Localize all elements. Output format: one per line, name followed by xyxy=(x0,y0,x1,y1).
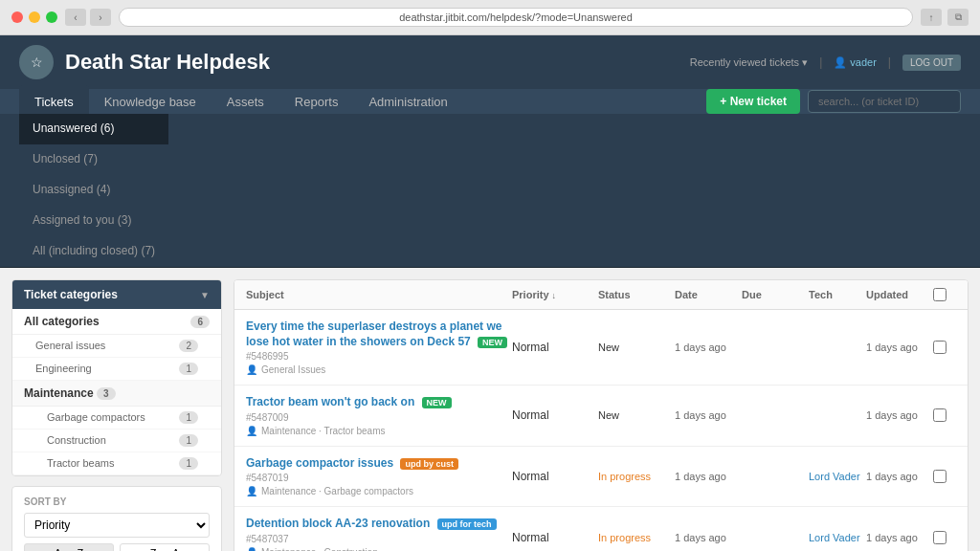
ticket-status: New xyxy=(598,342,675,353)
select-all-checkbox[interactable] xyxy=(933,288,947,301)
sort-label: SORT BY xyxy=(24,496,210,507)
badge-upd-tech: upd for tech xyxy=(437,518,497,530)
window-actions: ↑ ⧉ xyxy=(921,9,969,26)
ticket-tech[interactable]: Lord Vader xyxy=(809,471,866,482)
new-ticket-button[interactable]: + New ticket xyxy=(706,89,800,114)
sort-asc-button[interactable]: A → Z xyxy=(24,543,114,551)
category-subsub-item[interactable]: Tractor beams1 xyxy=(12,452,221,475)
ticket-status: New xyxy=(598,409,675,421)
person-icon: 👤 xyxy=(246,486,257,496)
category-group[interactable]: Maintenance 3 xyxy=(12,381,221,407)
ticket-updated: 1 days ago xyxy=(866,342,933,353)
category-all[interactable]: All categories6 xyxy=(12,309,221,335)
ticket-subject-link[interactable]: Tractor beam won't go back on xyxy=(246,395,414,408)
sort-select[interactable]: Priority xyxy=(24,513,210,538)
ticket-meta: 👤 Maintenance · Tractor beams xyxy=(246,426,512,436)
col-date: Date xyxy=(675,289,742,300)
brand-avatar: ☆ xyxy=(19,45,54,79)
ticket-tech[interactable]: Lord Vader xyxy=(809,532,866,543)
ticket-updated: 1 days ago xyxy=(866,532,933,543)
sub-nav-item[interactable]: Unclosed (7) xyxy=(19,144,168,175)
sub-nav: Unanswered (6)Unclosed (7)Unassigned (4)… xyxy=(0,114,980,268)
traffic-lights xyxy=(11,11,57,23)
category-subsub-item[interactable]: Construction1 xyxy=(12,430,221,452)
col-updated: Updated xyxy=(866,289,933,300)
table-row: Garbage compactor issues upd by cust #54… xyxy=(234,447,968,508)
nav-item-reports[interactable]: Reports xyxy=(279,85,354,119)
ticket-checkbox[interactable] xyxy=(933,341,947,354)
col-tech: Tech xyxy=(809,289,866,300)
ticket-status: In progress xyxy=(598,471,675,482)
header-right: Recently viewed tickets ▾ | 👤 vader | LO… xyxy=(690,55,961,71)
ticket-checkbox[interactable] xyxy=(933,408,947,422)
back-button[interactable]: ‹ xyxy=(65,9,86,26)
ticket-date: 1 days ago xyxy=(675,409,742,421)
sub-nav-item[interactable]: Unanswered (6) xyxy=(19,114,168,144)
category-sub-item[interactable]: General issues2 xyxy=(12,335,221,358)
ticket-category: Maintenance · Tractor beams xyxy=(261,426,386,436)
ticket-updated: 1 days ago xyxy=(866,471,933,482)
nav-item-administration[interactable]: Administration xyxy=(353,85,462,119)
col-subject: Subject xyxy=(246,289,512,300)
app-nav: TicketsKnowledge baseAssetsReportsAdmini… xyxy=(0,89,980,114)
ticket-subject-link[interactable]: Garbage compactor issues xyxy=(246,456,393,470)
tickets-area: Subject Priority ↓ Status Date Due Tech … xyxy=(234,279,969,551)
tickets-table: Subject Priority ↓ Status Date Due Tech … xyxy=(234,279,969,551)
categories-card: Ticket categories ▼ All categories6Gener… xyxy=(11,279,222,476)
ticket-meta: 👤 Maintenance · Construction xyxy=(246,547,512,551)
sort-desc-button[interactable]: Z → A xyxy=(120,543,210,551)
badge-new: NEW xyxy=(478,337,507,348)
table-row: Every time the superlaser destroys a pla… xyxy=(234,310,968,386)
category-subsub-item[interactable]: Garbage compactors1 xyxy=(12,407,221,430)
filter-icon[interactable]: ▼ xyxy=(200,290,210,300)
brand-title: Death Star Helpdesk xyxy=(65,50,270,75)
ticket-meta: 👤 Maintenance · Garbage compactors xyxy=(246,486,512,496)
ticket-subject-link[interactable]: Detention block AA-23 renovation xyxy=(246,517,430,530)
table-row: Detention block AA-23 renovation upd for… xyxy=(234,507,968,551)
tab-button[interactable]: ⧉ xyxy=(947,9,969,26)
main-content: Ticket categories ▼ All categories6Gener… xyxy=(0,268,980,551)
category-sub-item[interactable]: Engineering1 xyxy=(12,358,221,381)
sub-nav-item[interactable]: All (including closed) (7) xyxy=(19,236,168,267)
ticket-checkbox[interactable] xyxy=(933,531,947,544)
minimize-button[interactable] xyxy=(29,11,40,23)
nav-right: + New ticket xyxy=(706,89,961,114)
search-input[interactable] xyxy=(808,90,961,113)
share-button[interactable]: ↑ xyxy=(921,9,942,26)
ticket-rows: Every time the superlaser destroys a pla… xyxy=(234,310,968,551)
badge-upd-cust: upd by cust xyxy=(400,458,458,470)
sub-nav-items: Unanswered (6)Unclosed (7)Unassigned (4)… xyxy=(19,114,168,267)
sidebar-header: Ticket categories ▼ xyxy=(12,280,221,309)
recently-viewed-button[interactable]: Recently viewed tickets ▾ xyxy=(690,56,808,69)
close-button[interactable] xyxy=(11,11,23,23)
brand: ☆ Death Star Helpdesk xyxy=(19,45,270,79)
person-icon: 👤 xyxy=(246,426,257,436)
address-bar[interactable]: deathstar.jitbit.com/helpdesk/?mode=Unan… xyxy=(119,8,913,27)
maximize-button[interactable] xyxy=(46,11,57,23)
sidebar: Ticket categories ▼ All categories6Gener… xyxy=(11,279,222,551)
logout-button[interactable]: LOG OUT xyxy=(902,55,961,71)
sort-card: SORT BY Priority A → Z Z → A Select colu… xyxy=(11,486,222,551)
sub-nav-item[interactable]: Assigned to you (3) xyxy=(19,206,168,236)
ticket-category: Maintenance · Construction xyxy=(261,547,378,551)
user-icon: 👤 xyxy=(834,56,847,68)
user-link[interactable]: 👤 vader xyxy=(834,56,877,69)
category-label: All categories xyxy=(24,315,100,328)
table-header: Subject Priority ↓ Status Date Due Tech … xyxy=(234,280,968,310)
nav-items: TicketsKnowledge baseAssetsReportsAdmini… xyxy=(19,95,463,109)
sub-nav-item[interactable]: Unassigned (4) xyxy=(19,175,168,206)
ticket-priority: Normal xyxy=(512,531,598,544)
person-icon: 👤 xyxy=(246,364,257,375)
brand-icon: ☆ xyxy=(31,55,43,70)
ticket-category: General Issues xyxy=(261,364,325,375)
forward-button[interactable]: › xyxy=(90,9,111,26)
sidebar-header-label: Ticket categories xyxy=(24,288,118,301)
nav-item-assets[interactable]: Assets xyxy=(212,85,279,119)
ticket-subject-cell: Detention block AA-23 renovation upd for… xyxy=(246,517,512,551)
window-chrome: ‹ › deathstar.jitbit.com/helpdesk/?mode=… xyxy=(0,0,980,35)
ticket-checkbox[interactable] xyxy=(933,470,947,483)
ticket-subject-link[interactable]: Every time the superlaser destroys a pla… xyxy=(246,320,501,348)
table-row: Tractor beam won't go back on NEW #54870… xyxy=(234,386,968,447)
ticket-subject-cell: Tractor beam won't go back on NEW #54870… xyxy=(246,395,512,436)
col-priority[interactable]: Priority ↓ xyxy=(512,289,598,300)
